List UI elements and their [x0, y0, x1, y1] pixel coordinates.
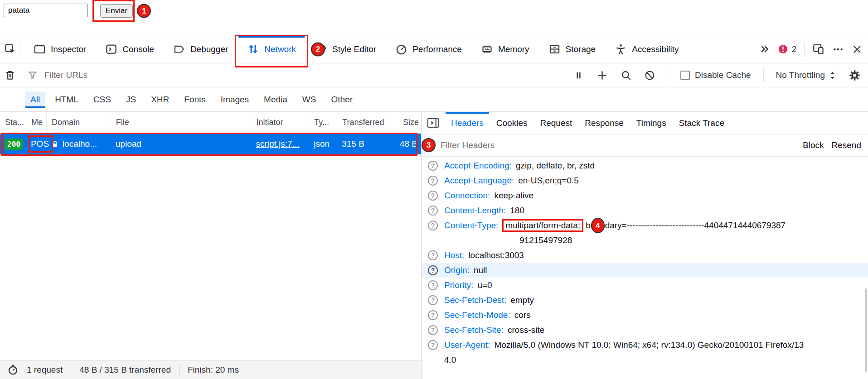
- header-row-user-agent: ?User-Agent:Mozilla/5.0 (Windows NT 10.0…: [422, 337, 868, 367]
- column-header-transferred[interactable]: Transferred: [337, 112, 389, 133]
- details-tab-request[interactable]: Request: [533, 112, 578, 134]
- performance-icon: [395, 43, 407, 55]
- accessibility-icon: [615, 43, 627, 55]
- header-row-sec-fetch-dest: ?Sec-Fetch-Dest:empty: [422, 293, 868, 307]
- filter-tab-ws[interactable]: WS: [297, 91, 322, 108]
- disable-cache-label: Disable Cache: [695, 70, 751, 80]
- help-icon[interactable]: ?: [428, 340, 438, 350]
- header-value: empty: [510, 295, 534, 305]
- filter-tab-html[interactable]: HTML: [49, 91, 84, 108]
- header-row-content-length: ?Content-Length:180: [422, 203, 868, 218]
- help-icon[interactable]: ?: [428, 206, 438, 216]
- column-header-size[interactable]: Size: [389, 112, 421, 133]
- annotation-badge-3: 3: [422, 138, 436, 152]
- filter-headers-input[interactable]: [440, 140, 585, 151]
- filter-tab-xhr[interactable]: XHR: [145, 91, 175, 108]
- clear-requests-button[interactable]: [0, 69, 20, 81]
- headers-actions: Block Resend: [803, 140, 868, 150]
- initiator-link[interactable]: script.js:7...: [256, 139, 299, 149]
- help-icon[interactable]: ?: [428, 310, 438, 320]
- search-icon[interactable]: [621, 70, 632, 81]
- disable-cache-checkbox[interactable]: [680, 71, 690, 80]
- column-header-sta-[interactable]: Sta...: [0, 112, 26, 133]
- help-icon[interactable]: ?: [428, 191, 438, 201]
- column-header-ty-[interactable]: Ty...: [309, 112, 337, 133]
- transferred-summary: 48 B / 315 B transferred: [79, 365, 171, 375]
- type-value: json: [314, 139, 330, 149]
- add-request-icon[interactable]: [596, 69, 608, 82]
- help-icon[interactable]: ?: [428, 265, 438, 275]
- tabbar-right-controls: 2: [759, 35, 868, 63]
- header-value-wrap: 4.0: [444, 352, 861, 367]
- size-cell: 48 B: [389, 139, 421, 149]
- column-header-me[interactable]: Me: [26, 112, 47, 133]
- annotation-badge-2: 2: [311, 42, 325, 56]
- header-value: cors: [514, 310, 531, 320]
- filter-tab-media[interactable]: Media: [258, 91, 293, 108]
- separator: [179, 364, 179, 376]
- header-row-body: Sec-Fetch-Mode:cors: [444, 307, 861, 322]
- column-header-domain[interactable]: Domain: [47, 112, 111, 133]
- details-tab-timings[interactable]: Timings: [630, 112, 673, 134]
- tab-label: Debugger: [190, 44, 228, 54]
- block-icon[interactable]: [644, 70, 655, 81]
- header-name: Priority:: [444, 280, 473, 290]
- tab-debugger[interactable]: Debugger: [164, 35, 238, 63]
- tab-performance[interactable]: Performance: [386, 35, 471, 63]
- tab-inspector[interactable]: Inspector: [24, 35, 96, 63]
- gear-icon[interactable]: [849, 69, 861, 82]
- submit-button-wrap: Enviar 1: [100, 4, 133, 18]
- details-tab-cookies[interactable]: Cookies: [490, 112, 534, 134]
- header-name: Origin:: [444, 265, 470, 275]
- filter-tab-fonts[interactable]: Fonts: [179, 91, 211, 108]
- filter-urls-input[interactable]: [44, 70, 143, 81]
- submit-button[interactable]: Enviar: [100, 4, 133, 18]
- resend-button[interactable]: Resend: [832, 140, 862, 150]
- column-header-file[interactable]: File: [111, 112, 252, 133]
- help-icon[interactable]: ?: [428, 280, 438, 290]
- error-count-button[interactable]: 2: [778, 44, 796, 54]
- filter-tab-images[interactable]: Images: [215, 91, 254, 108]
- details-tabs: HeadersCookiesRequestResponseTimingsStac…: [445, 112, 731, 134]
- filter-tab-js[interactable]: JS: [121, 91, 141, 108]
- close-icon[interactable]: [852, 44, 863, 55]
- split-panel-icon[interactable]: [426, 117, 440, 129]
- details-tab-headers[interactable]: Headers: [445, 112, 490, 134]
- tab-accessibility[interactable]: Accessibility: [605, 35, 688, 63]
- tab-memory[interactable]: Memory: [471, 35, 539, 63]
- header-value: gzip, deflate, br, zstd: [516, 161, 595, 170]
- tab-console[interactable]: Console: [96, 35, 164, 63]
- header-name: Content-Length:: [444, 206, 506, 215]
- devtools-tabs: InspectorConsoleDebuggerNetwork2Style Ed…: [20, 35, 689, 63]
- tab-storage[interactable]: Storage: [539, 35, 606, 63]
- pick-element-button[interactable]: [0, 35, 20, 63]
- meatball-menu-icon[interactable]: [832, 43, 844, 55]
- help-icon[interactable]: ?: [428, 295, 438, 305]
- pause-icon[interactable]: [573, 70, 584, 81]
- error-count: 2: [791, 44, 796, 54]
- method-wrap: POS: [31, 139, 49, 149]
- help-icon[interactable]: ?: [428, 221, 438, 230]
- block-button[interactable]: Block: [803, 140, 824, 150]
- request-table-header: Sta...MeDomainFileInitiatorTy...Transfer…: [0, 112, 421, 134]
- responsive-design-icon[interactable]: [812, 43, 824, 55]
- domain-value: localho...: [63, 139, 97, 149]
- filter-tab-other[interactable]: Other: [325, 91, 358, 108]
- text-input[interactable]: [4, 4, 88, 17]
- method-cell: POS: [26, 139, 47, 149]
- details-tab-stack-trace[interactable]: Stack Trace: [673, 112, 731, 134]
- help-icon[interactable]: ?: [428, 176, 438, 186]
- type-cell: json: [309, 139, 337, 149]
- help-icon[interactable]: ?: [428, 161, 438, 171]
- request-row-selected[interactable]: 200 POS: [0, 134, 421, 154]
- filter-tab-css[interactable]: CSS: [88, 91, 116, 108]
- filter-tab-all[interactable]: All: [25, 91, 45, 108]
- throttling-select[interactable]: No Throttling: [776, 70, 836, 80]
- chevron-overflow-icon[interactable]: [759, 43, 770, 55]
- tab-network[interactable]: Network2: [238, 35, 305, 63]
- help-icon[interactable]: ?: [428, 325, 438, 335]
- column-header-initiator[interactable]: Initiator: [251, 112, 309, 133]
- details-tab-response[interactable]: Response: [578, 112, 630, 134]
- separator: [71, 364, 71, 376]
- help-icon[interactable]: ?: [428, 250, 438, 260]
